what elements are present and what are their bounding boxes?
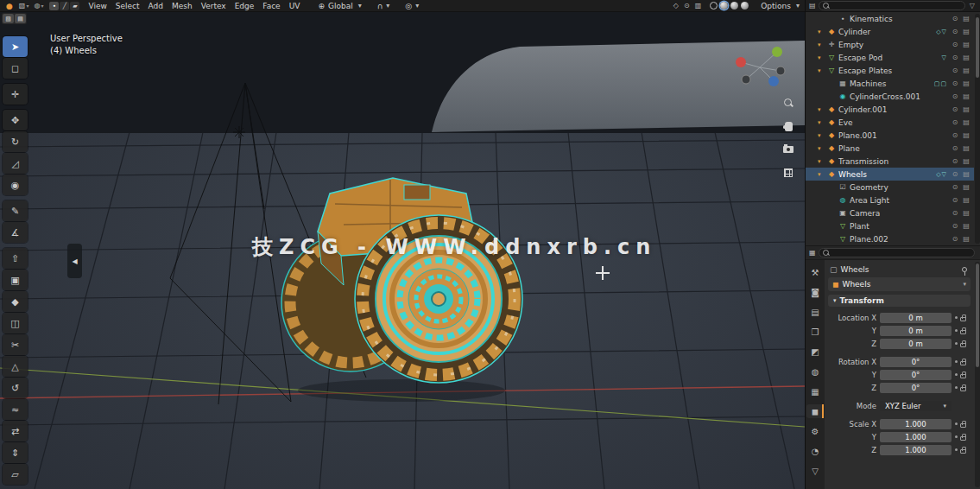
expand-arrow-icon[interactable]: ▾ — [818, 132, 825, 139]
animate-dot-icon[interactable] — [955, 448, 958, 451]
menu-item[interactable]: Add — [144, 2, 168, 10]
menu-item[interactable]: Mesh — [168, 2, 197, 10]
transform-orientation-dropdown[interactable]: ⊕ Global ▾ — [318, 2, 363, 10]
tool-button[interactable]: ◻ — [3, 58, 28, 79]
disable-in-render-toggle[interactable]: ▤ — [962, 183, 971, 191]
sidebar-collapse-tab[interactable]: ◀ — [67, 244, 82, 278]
lock-icon[interactable] — [960, 343, 966, 347]
menu-item[interactable]: Face — [258, 2, 284, 10]
outliner-item[interactable]: ▾ ◆ Plane.001 ⊙ ▤ — [806, 129, 974, 142]
disable-in-render-toggle[interactable]: ▤ — [962, 144, 971, 152]
disable-in-render-toggle[interactable]: ▤ — [962, 118, 971, 126]
outliner-item[interactable]: ▾ ◆ Cylinder.001 ⊙ ▤ — [806, 103, 974, 116]
disable-in-render-toggle[interactable]: ▤ — [962, 67, 971, 74]
menu-item[interactable]: UV — [285, 2, 305, 10]
hide-in-viewport-toggle[interactable]: ⊙ — [951, 54, 959, 61]
expand-arrow-icon[interactable]: ▾ — [818, 171, 825, 178]
menu-item[interactable]: Vertex — [197, 2, 231, 10]
field-value-slider[interactable]: 0 m — [880, 326, 952, 336]
lock-icon[interactable] — [960, 330, 966, 334]
expand-arrow-icon[interactable]: ▾ — [818, 54, 825, 61]
hide-in-viewport-toggle[interactable]: ⊙ — [951, 131, 959, 139]
rendered-shading-button[interactable] — [741, 2, 749, 10]
animate-dot-icon[interactable] — [955, 386, 958, 389]
tool-button[interactable]: ➤ — [3, 36, 28, 57]
disable-in-render-toggle[interactable]: ▤ — [962, 54, 971, 61]
outliner-item[interactable]: ▾ ◆ Eve ⊙ ▤ — [806, 116, 974, 129]
camera-view-button[interactable] — [782, 143, 794, 156]
outliner-item[interactable]: ▣ Camera ⊙ ▤ — [806, 206, 974, 219]
lock-icon[interactable] — [960, 436, 966, 441]
hide-in-viewport-toggle[interactable]: ⊙ — [951, 222, 959, 230]
show-gizmo-toggle[interactable]: ◇ — [672, 2, 680, 10]
hide-in-viewport-toggle[interactable]: ⊙ — [951, 235, 959, 243]
tool-button[interactable]: ⇄ — [3, 421, 28, 441]
expand-arrow-icon[interactable]: ▾ — [818, 41, 825, 48]
field-value-slider[interactable]: 1.000 — [880, 432, 952, 442]
options-dropdown[interactable]: Options ▾ — [759, 2, 801, 10]
tool-button[interactable]: ◆ — [3, 291, 28, 312]
disable-in-render-toggle[interactable]: ▤ — [962, 105, 971, 113]
hide-in-viewport-toggle[interactable]: ⊙ — [951, 28, 959, 35]
animate-dot-icon[interactable] — [955, 316, 958, 319]
properties-scrollbar[interactable] — [975, 262, 980, 487]
disable-in-render-toggle[interactable]: ▤ — [962, 222, 971, 230]
outliner-item[interactable]: ∙ Kinematics ⊙ ▤ — [806, 12, 974, 25]
tool-button[interactable]: ↻ — [3, 131, 28, 152]
field-value-slider[interactable]: XYZ Euler — [880, 401, 952, 411]
properties-tab[interactable]: ◩ — [806, 345, 824, 359]
lock-icon[interactable] — [960, 317, 966, 321]
properties-editor-icon[interactable]: ▦ — [809, 249, 816, 257]
scrollbar-thumb[interactable] — [976, 17, 979, 78]
disable-in-render-toggle[interactable]: ▤ — [962, 170, 971, 178]
properties-tab[interactable]: ◍ — [806, 365, 824, 378]
outliner-item[interactable]: ▾ ◆ Transmission ⊙ ▤ — [806, 155, 974, 168]
disable-in-render-toggle[interactable]: ▤ — [962, 157, 971, 165]
menu-item[interactable]: Select — [111, 2, 144, 10]
properties-tab[interactable]: ◔ — [806, 444, 824, 458]
hide-in-viewport-toggle[interactable]: ⊙ — [951, 209, 959, 217]
tool-button[interactable]: ≈ — [3, 399, 28, 420]
menu-item[interactable]: View — [84, 2, 111, 10]
tool-button[interactable]: ∡ — [3, 222, 28, 243]
outliner-search-input[interactable] — [832, 2, 961, 10]
menu-item[interactable]: Edge — [231, 2, 259, 10]
expand-arrow-icon[interactable]: ▾ — [818, 145, 825, 152]
disable-in-render-toggle[interactable]: ▤ — [962, 131, 971, 139]
outliner-item[interactable]: ▾ ◆ Plane ⊙ ▤ — [806, 142, 974, 155]
outliner-item[interactable]: ▾ ◆ Wheels ◇▽ ⊙ ▤ — [806, 168, 974, 181]
tool-button[interactable]: ✎ — [3, 200, 28, 221]
tool-button[interactable]: ▣ — [3, 270, 28, 290]
hide-in-viewport-toggle[interactable]: ⊙ — [951, 67, 959, 74]
hide-in-viewport-toggle[interactable]: ⊙ — [951, 41, 959, 48]
outliner-item[interactable]: ☑ Geometry ⊙ ▤ — [806, 181, 974, 194]
filter-icon[interactable]: ▽ — [968, 2, 977, 10]
face-select-button[interactable]: ▰ — [70, 2, 79, 10]
pan-button[interactable] — [782, 120, 794, 132]
animate-dot-icon[interactable] — [955, 360, 958, 363]
toggle-ortho-button[interactable] — [782, 167, 794, 179]
animate-dot-icon[interactable] — [955, 435, 958, 438]
transform-section-header[interactable]: ▾ Transform — [828, 295, 971, 307]
field-value-slider[interactable]: 0 m — [880, 339, 952, 349]
tool-button[interactable]: ◉ — [3, 175, 28, 195]
outliner-item[interactable]: ▾ ✛ Empty ⊙ ▤ — [806, 38, 974, 51]
hide-in-viewport-toggle[interactable]: ⊙ — [951, 170, 959, 178]
3d-viewport[interactable]: ▧ ▤ User Perspective (4) Wheels ➤ ◻ ✛ — [0, 12, 805, 489]
outliner-item[interactable]: ▽ Plane.002 ⊙ ▤ — [806, 232, 974, 245]
outliner-item[interactable]: ▾ ▽ Escape Pod ▽ ⊙ ▤ — [806, 51, 974, 64]
properties-tab[interactable]: ⚙ — [806, 424, 824, 438]
mode-dropdown[interactable]: ◍▾ — [32, 2, 45, 10]
lock-icon[interactable] — [960, 387, 966, 391]
hide-in-viewport-toggle[interactable]: ⊙ — [951, 79, 959, 87]
pin-icon[interactable] — [962, 267, 967, 272]
animate-dot-icon[interactable] — [955, 373, 958, 376]
field-value-slider[interactable]: 0° — [880, 357, 952, 367]
expand-arrow-icon[interactable]: ▾ — [818, 106, 825, 113]
disable-in-render-toggle[interactable]: ▤ — [962, 196, 971, 204]
show-overlays-toggle[interactable]: ⊙ — [682, 2, 692, 10]
tool-button[interactable]: ↺ — [3, 378, 28, 398]
properties-tab[interactable]: ⚒ — [806, 265, 824, 279]
field-value-slider[interactable]: 0° — [880, 370, 952, 380]
disable-in-render-toggle[interactable]: ▤ — [962, 209, 971, 217]
